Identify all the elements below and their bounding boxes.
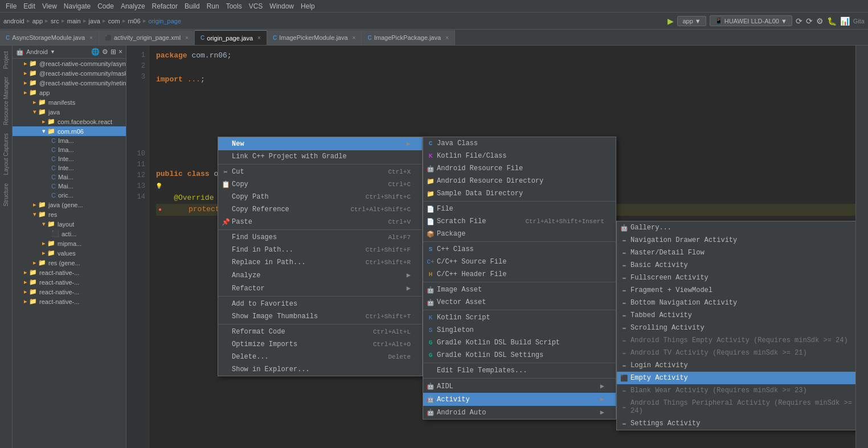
breadcrumb-src[interactable]: src — [51, 18, 59, 24]
tab-origin-page[interactable]: C origin_page.java × — [195, 30, 267, 45]
sidebar-item-inte1[interactable]: C Inte... — [13, 154, 126, 163]
menu-build[interactable]: Build — [181, 0, 203, 12]
submenu-gradle-settings[interactable]: G Gradle Kotlin DSL Settings — [423, 349, 616, 361]
device-selector[interactable]: 📱 HUAWEI LLD-AL00 ▼ — [710, 15, 792, 26]
sidebar-item-java-gen[interactable]: ▸ 📁 java (gene... — [13, 200, 126, 209]
activity-login[interactable]: ▬ Login Activity — [617, 359, 855, 372]
submenu-gradle-build[interactable]: G Gradle Kotlin DSL Build Script — [423, 336, 616, 349]
submenu-java-class[interactable]: C Java Class — [423, 137, 616, 150]
left-tab-structure[interactable]: Structure — [2, 180, 10, 210]
sidebar-item-facebook[interactable]: ▸ 📁 com.facebook.react — [13, 117, 126, 126]
context-menu-find-path[interactable]: Find in Path... Ctrl+Shift+F — [218, 244, 422, 256]
submenu-activity[interactable]: 🤖 Activity ▶ — [423, 393, 616, 406]
context-menu-new[interactable]: New ▶ — [218, 137, 422, 150]
context-menu-copy[interactable]: 📋 Copy Ctrl+C — [218, 178, 422, 191]
submenu-android-res-file[interactable]: 🤖 Android Resource File — [423, 162, 616, 175]
activity-settings[interactable]: ▬ Settings Activity — [617, 417, 855, 430]
sidebar-item-oric[interactable]: C oric... — [13, 191, 126, 200]
sidebar-item-values[interactable]: ▸ 📁 values — [13, 248, 126, 258]
submenu-kotlin-script[interactable]: K Kotlin Script — [423, 311, 616, 324]
sidebar-item-acti[interactable]: ⬛ acti... — [13, 229, 126, 239]
sidebar-item-java[interactable]: ▾ 📁 java — [13, 107, 126, 117]
context-menu-find-usages[interactable]: Find Usages Alt+F7 — [218, 231, 422, 244]
activity-gallery[interactable]: 🤖 Gallery... — [617, 221, 855, 234]
sidebar-item-netinfo[interactable]: ▸ 📁 @react-native-community/netinfo... — [13, 78, 126, 88]
submenu-vector-asset[interactable]: 🤖 Vector Asset — [423, 296, 616, 309]
context-menu-reformat[interactable]: Reformat Code Ctrl+Alt+L — [218, 326, 422, 338]
sidebar-item-mai1[interactable]: C Mai... — [13, 172, 126, 182]
menu-vcs[interactable]: VCS — [245, 0, 267, 12]
context-menu-show-explorer[interactable]: Show in Explorer... — [218, 363, 422, 376]
sidebar-item-mai2[interactable]: C Mai... — [13, 182, 126, 191]
activity-empty[interactable]: ⬛ Empty Activity — [617, 372, 855, 384]
context-menu-replace-path[interactable]: Replace in Path... Ctrl+Shift+R — [218, 256, 422, 269]
sidebar-item-rn3[interactable]: ▸ 📁 react-native-... — [13, 287, 126, 297]
sidebar-close-icon[interactable]: × — [118, 48, 122, 56]
activity-scrolling[interactable]: ▬ Scrolling Activity — [617, 322, 855, 334]
sidebar-item-app[interactable]: ▸ 📁 app — [13, 88, 126, 97]
left-tab-resource[interactable]: Resource Manager — [2, 73, 10, 129]
activity-tabbed[interactable]: ▬ Tabbed Activity — [617, 309, 855, 322]
breadcrumb-com[interactable]: com — [108, 18, 120, 24]
sidebar-item-rn1[interactable]: ▸ 📁 react-native-... — [13, 268, 126, 277]
activity-bottom-nav[interactable]: ▬ Bottom Navigation Activity — [617, 297, 855, 309]
breadcrumb-java[interactable]: java — [89, 18, 100, 24]
sidebar-item-res-gen[interactable]: ▸ 📁 res (gene... — [13, 258, 126, 268]
menu-code[interactable]: Code — [94, 0, 117, 12]
submenu-singleton[interactable]: S Singleton — [423, 324, 616, 336]
menu-window[interactable]: Window — [266, 0, 297, 12]
activity-master-detail[interactable]: ▬ Master/Detail Flow — [617, 246, 855, 259]
sidebar-item-manifests[interactable]: ▸ 📁 manifests — [13, 97, 126, 107]
tab-imagepicker[interactable]: C ImagePickerModule.java × — [267, 30, 362, 45]
breadcrumb-app[interactable]: app — [32, 18, 43, 24]
bug-icon[interactable]: 🐛 — [827, 17, 837, 26]
submenu-android-auto[interactable]: 🤖 Android Auto ▶ — [423, 406, 616, 419]
sidebar-item-comrn06[interactable]: ▾ 📁 com.rn06 — [13, 126, 126, 136]
activity-fragment-viewmodel[interactable]: ▬ Fragment + ViewModel — [617, 284, 855, 297]
tab-origin-page-close[interactable]: × — [257, 35, 261, 41]
submenu-kotlin-class[interactable]: K Kotlin File/Class — [423, 150, 616, 162]
submenu-image-asset[interactable]: 🤖 Image Asset — [423, 283, 616, 296]
tab-activity-xml[interactable]: ⬛ activity_origin_page.xml × — [99, 30, 195, 45]
settings-icon[interactable]: ⚙ — [816, 17, 824, 26]
breadcrumb-origin-page[interactable]: origin_page — [149, 18, 182, 24]
sidebar-layout-icon[interactable]: ⊞ — [110, 48, 116, 56]
tab-asyncstorage[interactable]: C AsyncStorageModule.java × — [0, 30, 99, 45]
refresh-icon[interactable]: ⟳ — [796, 17, 803, 26]
sidebar-item-asyncstorage[interactable]: ▸ 📁 @react-native-community/async-st... — [13, 59, 126, 68]
sidebar-item-layout[interactable]: ▾ 📁 layout — [13, 219, 126, 229]
menu-refactor[interactable]: Refactor — [149, 0, 181, 12]
context-menu-link-cpp[interactable]: Link C++ Project with Gradle — [218, 150, 422, 163]
sidebar-item-masked[interactable]: ▸ 📁 @react-native-community/masked-... — [13, 68, 126, 78]
tab-activity-xml-close[interactable]: × — [185, 35, 189, 41]
tab-imagepickpackage[interactable]: C ImagePickPackage.java × — [362, 30, 455, 45]
sidebar-settings-icon[interactable]: ⚙ — [102, 48, 108, 56]
tab-imagepickpackage-close[interactable]: × — [445, 35, 449, 41]
tab-imagepicker-close[interactable]: × — [353, 35, 356, 41]
sync-icon[interactable]: ⟳ — [806, 17, 813, 26]
context-menu-paste[interactable]: 📌 Paste Ctrl+V — [218, 216, 422, 228]
context-menu-thumbnails[interactable]: Show Image Thumbnails Ctrl+Shift+T — [218, 310, 422, 323]
context-menu-copy-path[interactable]: Copy Path Ctrl+Shift+C — [218, 191, 422, 203]
app-selector[interactable]: app ▼ — [677, 16, 706, 26]
breadcrumb-android[interactable]: android — [3, 18, 24, 24]
context-menu-refactor[interactable]: Refactor ▶ — [218, 282, 422, 295]
submenu-aidl[interactable]: 🤖 AIDL ▶ — [423, 380, 616, 393]
activity-basic[interactable]: ▬ Basic Activity — [617, 259, 855, 272]
menu-run[interactable]: Run — [203, 0, 223, 12]
submenu-cpp-header[interactable]: H C/C++ Header File — [423, 268, 616, 281]
menu-file[interactable]: File — [2, 0, 20, 12]
context-menu-delete[interactable]: Delete... Delete — [218, 351, 422, 363]
submenu-sample-data[interactable]: 📁 Sample Data Directory — [423, 187, 616, 200]
tab-asyncstorage-close[interactable]: × — [89, 35, 93, 41]
submenu-file[interactable]: 📄 File — [423, 203, 616, 215]
sidebar-item-rn2[interactable]: ▸ 📁 react-native-... — [13, 277, 126, 287]
left-tab-project[interactable]: Project — [2, 48, 10, 72]
sidebar-item-res[interactable]: ▾ 📁 res — [13, 209, 126, 219]
menu-navigate[interactable]: Navigate — [60, 0, 94, 12]
submenu-scratch-file[interactable]: 📄 Scratch File Ctrl+Alt+Shift+Insert — [423, 215, 616, 228]
activity-fullscreen[interactable]: ▬ Fullscreen Activity — [617, 272, 855, 284]
sidebar-item-inte2[interactable]: C Inte... — [13, 163, 126, 172]
code-editor[interactable]: 1 2 3 10 11 12 13 14 package c — [126, 46, 855, 448]
submenu-cpp-class[interactable]: S C++ Class — [423, 243, 616, 256]
